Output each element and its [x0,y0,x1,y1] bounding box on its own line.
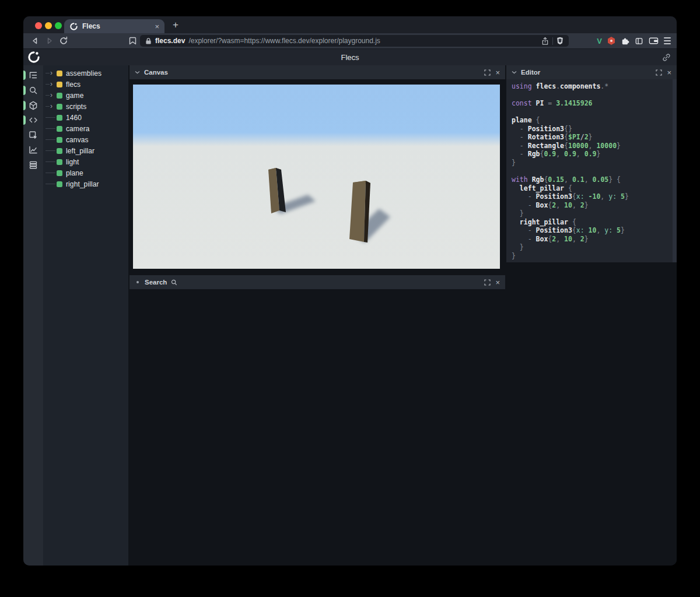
entity-color-square [57,159,62,165]
tab-title: Flecs [82,22,150,30]
entity-color-square [57,181,62,187]
code-line: } [512,252,677,261]
menu-button[interactable] [664,37,671,44]
collapse-chevron-icon[interactable] [512,71,517,74]
tree-item-assemblies[interactable]: ›assemblies [43,68,128,79]
forward-button[interactable] [45,36,54,45]
editor-scrollbar[interactable] [673,79,677,262]
browser-window: Flecs × + flecs.dev /explorer/?wasm=http… [23,16,677,566]
tree-guide [46,128,55,129]
chart-icon [28,145,38,155]
vue-devtools-icon[interactable]: V [597,37,602,45]
fullscreen-button[interactable] [484,279,491,286]
window-maximize-button[interactable] [55,22,62,29]
active-indicator [23,71,26,80]
code-line: - Position3{} [512,125,677,134]
code-line: const PI = 3.1415926 [512,99,677,108]
tree-item-right_pillar[interactable]: right_pillar [43,178,128,189]
code-line: - Rotation3{$PI/2} [512,133,677,142]
cube-icon [28,100,38,111]
code-line: } [512,159,677,167]
cursor-icon [28,130,38,141]
tree-item-1460[interactable]: 1460 [43,112,128,123]
tree-item-label: scripts [66,103,86,111]
tree-guide [46,150,55,151]
code-line: - Position3{x: -10, y: 5} [512,192,677,201]
collapse-chevron-icon[interactable] [135,71,140,74]
sidebar-item-queries[interactable] [23,158,43,172]
toolbar-extensions: V [597,33,671,48]
back-button[interactable] [30,36,40,45]
code-line [512,108,677,117]
search-icon [28,85,38,96]
app-header: Flecs [23,48,677,65]
expand-chevron-icon[interactable]: › [50,80,55,87]
tree-guide [46,106,50,107]
sidebar-item-editor[interactable] [23,113,43,127]
sidebar-item-inspector[interactable] [23,99,43,113]
code-line: with Rgb{0.15, 0.1, 0.05} { [512,175,677,184]
tree-item-flecs[interactable]: ›flecs [43,79,128,90]
tree-item-canvas[interactable]: canvas [43,134,128,145]
code-content: using flecs.components.* const PI = 3.14… [512,82,677,260]
code-line: plane { [512,116,677,125]
tree-item-label: right_pillar [66,180,99,188]
sidebar-item-picker[interactable] [23,128,43,142]
code-line: } [512,209,677,218]
sidebar-item-stats[interactable] [23,143,43,157]
code-line: - Rgb{0.9, 0.9, 0.9} [512,150,677,159]
adblock-icon[interactable] [607,37,615,45]
fullscreen-button[interactable] [484,69,491,76]
active-indicator [23,86,26,95]
tree-item-label: camera [66,125,90,133]
bookmark-icon[interactable] [129,37,138,46]
browser-tab-flecs[interactable]: Flecs × [64,19,164,33]
collapsed-indicator-icon[interactable] [136,281,139,283]
canvas-viewport[interactable] [133,85,500,269]
sidebar-item-entities[interactable] [23,68,43,82]
tree-item-label: light [66,158,79,166]
reload-button[interactable] [59,36,68,45]
tab-bar: Flecs × + [23,16,677,33]
active-indicator [23,101,26,110]
search-icon [171,279,177,286]
tree-item-game[interactable]: ›game [43,90,128,101]
flecs-logo[interactable] [27,51,40,66]
sidebar-toggle-icon[interactable] [635,37,643,45]
tree-item-label: 1460 [66,114,82,122]
share-icon[interactable] [541,37,549,45]
close-panel-button[interactable]: × [495,279,500,286]
close-panel-button[interactable]: × [667,69,671,76]
url-bar[interactable]: flecs.dev /explorer/?wasm=https://www.fl… [140,35,569,47]
close-panel-button[interactable]: × [495,69,500,76]
code-editor[interactable]: using flecs.components.* const PI = 3.14… [506,79,677,262]
tab-close-icon[interactable]: × [155,23,159,30]
tree-item-label: plane [66,169,83,177]
brave-shield-icon[interactable] [556,37,564,45]
tree-guide [46,173,55,173]
panel-title-canvas: Canvas [144,69,168,76]
expand-chevron-icon[interactable]: › [50,92,55,99]
share-link-icon[interactable] [662,53,671,64]
fullscreen-button[interactable] [656,69,662,76]
sidebar-item-search[interactable] [23,83,43,97]
tree-item-camera[interactable]: camera [43,123,128,134]
tree-item-light[interactable]: light [43,156,128,167]
window-close-button[interactable] [35,22,42,29]
tree-item-plane[interactable]: plane [43,167,128,178]
new-tab-button[interactable]: + [169,19,182,31]
url-domain: flecs.dev [155,37,185,45]
wallet-icon[interactable] [649,37,659,45]
expand-chevron-icon[interactable]: › [50,69,55,76]
tree-item-scripts[interactable]: ›scripts [43,101,128,112]
divider [552,37,553,45]
tree-guide [46,117,55,118]
tree-guide [46,95,50,96]
active-indicator [23,115,26,125]
window-minimize-button[interactable] [45,22,52,29]
expand-chevron-icon[interactable]: › [50,103,55,110]
entity-color-square [57,115,62,121]
extensions-icon[interactable] [621,37,629,45]
code-line [512,167,677,175]
tree-item-left_pillar[interactable]: left_pillar [43,145,128,156]
